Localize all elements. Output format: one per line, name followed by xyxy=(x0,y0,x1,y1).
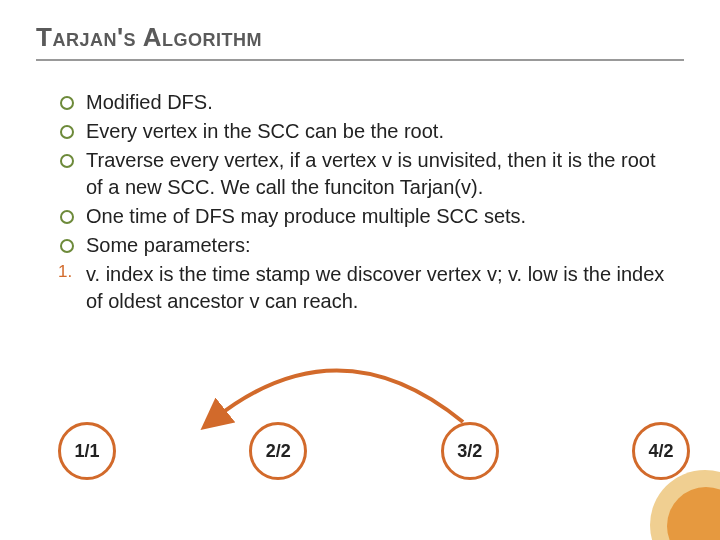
bullet-list: Modified DFS. Every vertex in the SCC ca… xyxy=(60,89,676,315)
slide-content: Modified DFS. Every vertex in the SCC ca… xyxy=(36,89,684,315)
bullet-text: Traverse every vertex, if a vertex v is … xyxy=(86,149,655,198)
numbered-text: v. index is the time stamp we discover v… xyxy=(86,263,664,312)
bullet-item: One time of DFS may produce multiple SCC… xyxy=(60,203,676,230)
graph-node: 1/1 xyxy=(58,422,116,480)
numbered-marker: 1. xyxy=(58,261,72,284)
node-row: 1/1 2/2 3/2 4/2 xyxy=(58,422,690,480)
graph-node: 4/2 xyxy=(632,422,690,480)
bullet-item: Every vertex in the SCC can be the root. xyxy=(60,118,676,145)
bullet-text: Modified DFS. xyxy=(86,91,213,113)
bullet-text: Some parameters: xyxy=(86,234,251,256)
bullet-item: Modified DFS. xyxy=(60,89,676,116)
bullet-text: One time of DFS may produce multiple SCC… xyxy=(86,205,526,227)
bullet-item: Traverse every vertex, if a vertex v is … xyxy=(60,147,676,201)
graph-node: 2/2 xyxy=(249,422,307,480)
slide-title: Tarjan's Algorithm xyxy=(36,22,684,61)
node-label: 1/1 xyxy=(74,441,99,462)
bullet-text: Every vertex in the SCC can be the root. xyxy=(86,120,444,142)
slide: Tarjan's Algorithm Modified DFS. Every v… xyxy=(0,0,720,540)
numbered-item: 1. v. index is the time stamp we discove… xyxy=(60,261,676,315)
graph-node: 3/2 xyxy=(441,422,499,480)
node-label: 3/2 xyxy=(457,441,482,462)
bullet-item: Some parameters: xyxy=(60,232,676,259)
node-label: 2/2 xyxy=(266,441,291,462)
node-label: 4/2 xyxy=(648,441,673,462)
